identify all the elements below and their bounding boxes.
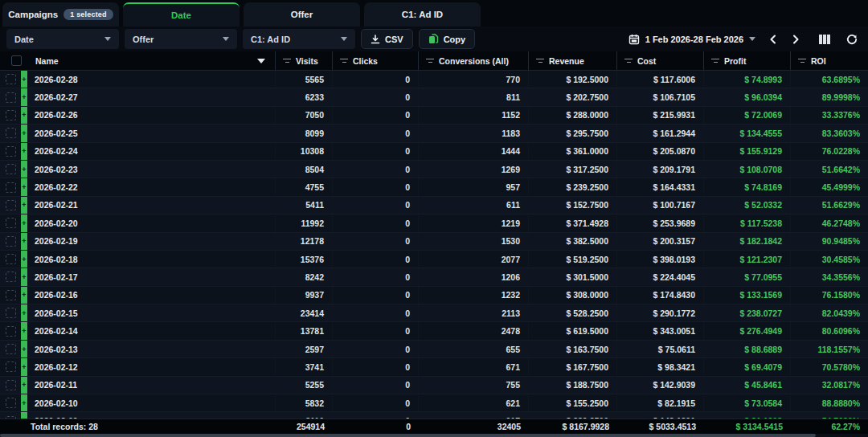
tab-offer-label: Offer [291, 10, 313, 19]
expand-plus-icon[interactable]: + [21, 125, 27, 141]
row-checkbox[interactable] [6, 326, 16, 337]
column-header-roi[interactable]: ROI [791, 51, 868, 70]
row-checkbox[interactable] [6, 146, 16, 157]
row-checkbox[interactable] [6, 164, 16, 174]
table-row[interactable]: + 2026-02-26 7050 0 1152 $ 288.0000 $ 21… [0, 107, 868, 125]
sort-desc-icon[interactable] [257, 59, 265, 63]
expand-plus-icon[interactable]: + [21, 412, 27, 419]
row-checkbox[interactable] [6, 380, 16, 390]
expand-plus-icon[interactable]: + [21, 214, 27, 231]
tab-offer[interactable]: Offer [244, 2, 360, 27]
expand-plus-icon[interactable]: + [21, 178, 27, 195]
expand-plus-icon[interactable]: + [21, 394, 27, 411]
filter-icon[interactable] [426, 59, 434, 63]
row-name: 2026-02-15 [35, 308, 78, 318]
table-row[interactable]: + 2026-02-27 6233 0 811 $ 202.7500 $ 106… [0, 88, 868, 106]
expand-plus-icon[interactable]: + [21, 268, 27, 285]
row-checkbox[interactable] [6, 218, 16, 228]
table-row[interactable]: + 2026-02-16 9937 0 1232 $ 308.0000 $ 17… [0, 287, 868, 304]
group-dropdown-offer[interactable]: Offer [125, 29, 237, 49]
expand-plus-icon[interactable]: + [21, 143, 27, 160]
column-header-visits[interactable]: Visits [276, 51, 333, 70]
tab-c1-ad-id[interactable]: C1: Ad ID [364, 2, 481, 27]
row-checkbox[interactable] [6, 308, 16, 318]
expand-plus-icon[interactable]: + [21, 377, 27, 394]
cell-revenue: $ 361.0000 [529, 143, 617, 160]
prev-period-button[interactable] [764, 30, 783, 49]
filter-icon[interactable] [798, 59, 806, 63]
scrollbar-thumb[interactable] [0, 434, 816, 437]
row-checkbox[interactable] [6, 128, 16, 138]
expand-plus-icon[interactable]: + [21, 251, 27, 268]
tab-date[interactable]: Date [123, 2, 240, 27]
row-checkbox[interactable] [6, 344, 16, 354]
row-checkbox[interactable] [6, 272, 16, 282]
column-header-clicks[interactable]: Clicks [333, 51, 419, 70]
table-row[interactable]: + 2026-02-24 10308 0 1444 $ 361.0000 $ 2… [0, 143, 868, 161]
row-checkbox[interactable] [6, 74, 16, 84]
table-row[interactable]: + 2026-02-13 2597 0 655 $ 163.7500 $ 75.… [0, 341, 868, 358]
table-row[interactable]: + 2026-02-23 8504 0 1269 $ 317.2500 $ 20… [0, 161, 868, 178]
expand-plus-icon[interactable]: + [21, 233, 27, 250]
table-row[interactable]: + 2026-02-14 13781 0 2478 $ 619.5000 $ 3… [0, 322, 868, 340]
column-header-name[interactable]: Name [0, 51, 276, 70]
filter-icon[interactable] [536, 59, 544, 63]
group-dropdown-date[interactable]: Date [6, 29, 119, 49]
table-row[interactable]: + 2026-02-25 8099 0 1183 $ 295.7500 $ 16… [0, 125, 868, 142]
expand-plus-icon[interactable]: + [21, 88, 27, 105]
row-checkbox[interactable] [6, 361, 16, 372]
tab-campaigns[interactable]: Campaigns 1 selected [2, 2, 119, 27]
row-checkbox[interactable] [6, 92, 16, 103]
row-checkbox[interactable] [6, 290, 16, 300]
table-row[interactable]: + 2026-02-12 3741 0 671 $ 167.7500 $ 98.… [0, 358, 868, 376]
chevron-down-icon [223, 37, 229, 41]
cell-conversions: 917 [419, 412, 529, 419]
row-checkbox[interactable] [6, 254, 16, 264]
row-checkbox[interactable] [6, 200, 16, 210]
row-checkbox[interactable] [6, 182, 16, 193]
table-row[interactable]: + 2026-02-11 5255 0 755 $ 188.7500 $ 142… [0, 377, 868, 394]
filter-icon[interactable] [283, 59, 291, 63]
row-name: 2026-02-22 [35, 182, 78, 192]
expand-plus-icon[interactable]: + [21, 197, 27, 214]
column-header-conversions[interactable]: Conversions (All) [419, 51, 529, 70]
next-period-button[interactable] [786, 30, 805, 49]
expand-plus-icon[interactable]: + [21, 71, 27, 88]
row-checkbox[interactable] [6, 398, 16, 408]
filter-icon[interactable] [624, 59, 633, 63]
table-row[interactable]: + 2026-02-19 12178 0 1530 $ 382.5000 $ 2… [0, 233, 868, 251]
expand-plus-icon[interactable]: + [21, 287, 27, 304]
expand-plus-icon[interactable]: + [21, 358, 27, 375]
row-checkbox[interactable] [6, 236, 16, 247]
table-row[interactable]: + 2026-02-22 4755 0 957 $ 239.2500 $ 164… [0, 178, 868, 196]
copy-button[interactable]: Copy [419, 29, 476, 49]
column-header-cost[interactable]: Cost [617, 51, 704, 70]
table-row[interactable]: + 2026-02-21 5411 0 611 $ 152.7500 $ 100… [0, 197, 868, 214]
horizontal-scrollbar[interactable] [0, 434, 868, 437]
table-row[interactable]: + 2026-02-28 5565 0 770 $ 192.5000 $ 117… [0, 71, 868, 88]
table-row[interactable]: + 2026-02-18 15376 0 2077 $ 519.2500 $ 3… [0, 251, 868, 268]
expand-plus-icon[interactable]: + [21, 161, 27, 178]
columns-icon[interactable] [815, 30, 834, 49]
cell-visits: 12178 [276, 233, 333, 250]
expand-plus-icon[interactable]: + [21, 304, 27, 321]
table-row[interactable]: + 2026-02-20 11992 0 1219 $ 371.4928 $ 2… [0, 214, 868, 232]
expand-plus-icon[interactable]: + [21, 107, 27, 124]
cell-revenue: $ 163.7500 [529, 341, 617, 357]
filter-icon[interactable] [340, 59, 348, 63]
column-header-revenue[interactable]: Revenue [529, 51, 617, 70]
group-dropdown-c1-ad-id[interactable]: C1: Ad ID [243, 29, 355, 49]
csv-export-button[interactable]: CSV [361, 29, 413, 49]
date-range-picker[interactable]: 1 Feb 2026-28 Feb 2026 [624, 34, 760, 45]
table-row[interactable]: + 2026-02-15 23414 0 2113 $ 528.2500 $ 2… [0, 304, 868, 322]
table-row[interactable]: + 2026-02-09 8110 0 917 $ 229.2500 $ 148… [0, 412, 868, 419]
select-all-checkbox[interactable] [11, 55, 22, 66]
table-row[interactable]: + 2026-02-10 5832 0 621 $ 155.2500 $ 82.… [0, 394, 868, 412]
table-row[interactable]: + 2026-02-17 8242 0 1206 $ 301.5000 $ 22… [0, 268, 868, 286]
row-checkbox[interactable] [6, 110, 16, 120]
column-header-profit[interactable]: Profit [704, 51, 791, 70]
filter-icon[interactable] [711, 59, 719, 63]
expand-plus-icon[interactable]: + [21, 341, 27, 357]
expand-plus-icon[interactable]: + [21, 322, 27, 339]
refresh-icon[interactable] [842, 30, 862, 49]
